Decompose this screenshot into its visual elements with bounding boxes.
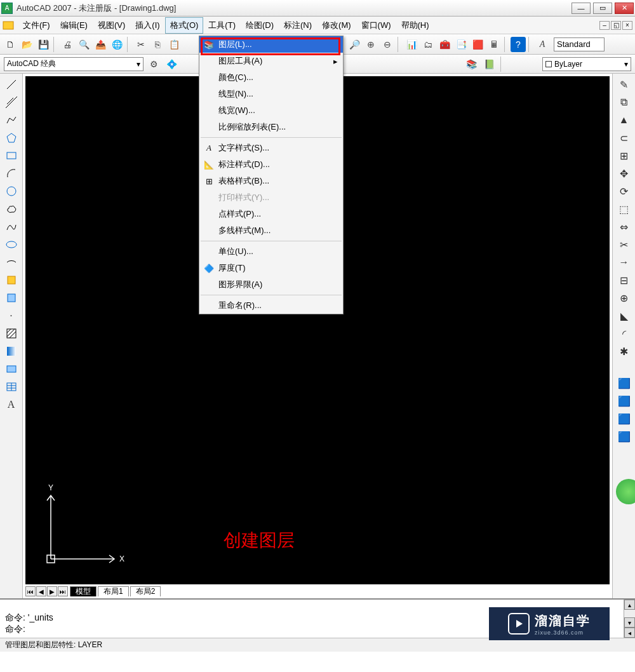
- order-under-icon[interactable]: 🟦: [616, 428, 632, 445]
- line-icon[interactable]: [3, 76, 20, 93]
- table-icon[interactable]: [3, 379, 20, 395]
- menu-dimstyle[interactable]: 📐标注样式(D)...: [199, 156, 343, 173]
- order-above-icon[interactable]: 🟦: [616, 410, 632, 427]
- menu-lineweight[interactable]: 线宽(W)...: [199, 102, 343, 119]
- toolpalette-icon[interactable]: 🧰: [437, 37, 452, 52]
- menu-linetype[interactable]: 线型(N)...: [199, 86, 343, 102]
- sheetset-icon[interactable]: 📑: [453, 37, 469, 52]
- ws-save-icon[interactable]: 💠: [164, 57, 179, 72]
- menu-help[interactable]: 帮助(H): [396, 17, 434, 34]
- print-icon[interactable]: 🖨: [60, 37, 75, 52]
- menu-view[interactable]: 视图(V): [93, 17, 130, 34]
- xline-icon[interactable]: [3, 94, 20, 111]
- textstyle-icon[interactable]: A: [535, 37, 550, 52]
- join-icon[interactable]: ⊕: [616, 290, 632, 306]
- plot-icon[interactable]: 🌐: [109, 37, 124, 52]
- gradient-icon[interactable]: [3, 343, 20, 360]
- tab-first[interactable]: ⏮: [25, 586, 36, 596]
- menu-drawlimits[interactable]: 图形界限(A): [199, 276, 343, 293]
- menu-modify[interactable]: 修改(M): [317, 17, 356, 34]
- bylayer-combo[interactable]: ByLayer▾: [542, 57, 631, 71]
- polygon-icon[interactable]: [3, 130, 20, 146]
- tab-layout1[interactable]: 布局1: [98, 586, 129, 596]
- mdi-restore[interactable]: ◱: [611, 21, 621, 30]
- menu-textstyle[interactable]: A文字样式(S)...: [199, 140, 343, 156]
- zoom-win-icon[interactable]: ⊕: [363, 37, 378, 52]
- arc-icon[interactable]: [3, 165, 20, 182]
- chamfer-icon[interactable]: ◣: [616, 307, 632, 324]
- scroll-up-icon[interactable]: ▴: [624, 600, 635, 610]
- help-icon[interactable]: ?: [511, 37, 526, 52]
- cut-icon[interactable]: ✂: [133, 37, 149, 52]
- tab-model[interactable]: 模型: [70, 586, 97, 596]
- publish-icon[interactable]: 📤: [93, 37, 108, 52]
- paste-icon[interactable]: 📋: [166, 37, 182, 52]
- circle-icon[interactable]: [3, 183, 20, 199]
- extend-icon[interactable]: →: [616, 254, 632, 271]
- array-icon[interactable]: ⊞: [616, 147, 632, 164]
- spline-icon[interactable]: [3, 218, 20, 235]
- menu-layertool[interactable]: 图层工具(A)▸: [199, 53, 343, 69]
- offset-icon[interactable]: ⊂: [616, 130, 632, 146]
- scroll-left-icon[interactable]: ◂: [624, 628, 635, 638]
- tab-layout2[interactable]: 布局2: [130, 586, 161, 596]
- menu-pointstyle[interactable]: 点样式(P)...: [199, 206, 343, 222]
- menu-color[interactable]: 颜色(C)...: [199, 69, 343, 86]
- break-icon[interactable]: ⊟: [616, 272, 632, 288]
- maximize-button[interactable]: ▭: [593, 3, 612, 14]
- menu-mlinestyle[interactable]: 多线样式(M)...: [199, 222, 343, 239]
- copy-icon[interactable]: ⎘: [150, 37, 165, 52]
- zoom-prev-icon[interactable]: ⊖: [380, 37, 395, 52]
- mtext-icon[interactable]: A: [3, 396, 20, 413]
- workspace-combo[interactable]: AutoCAD 经典▾: [4, 57, 144, 71]
- tab-prev[interactable]: ◀: [36, 586, 46, 596]
- revcloud-icon[interactable]: [3, 201, 20, 217]
- save-icon[interactable]: 💾: [36, 37, 51, 52]
- copy-obj-icon[interactable]: ⧉: [616, 94, 632, 111]
- preview-icon[interactable]: 🔍: [76, 37, 91, 52]
- mdi-minimize[interactable]: –: [599, 21, 610, 30]
- layer-states-icon[interactable]: 📗: [481, 57, 497, 72]
- ws-settings-icon[interactable]: ⚙: [146, 57, 161, 72]
- minimize-button[interactable]: —: [572, 3, 591, 14]
- menu-insert[interactable]: 插入(I): [130, 17, 164, 34]
- style-combo[interactable]: Standard: [554, 37, 605, 51]
- trim-icon[interactable]: ✂: [616, 236, 632, 253]
- mirror-icon[interactable]: ▲: [616, 112, 632, 128]
- erase-icon[interactable]: ✎: [616, 76, 632, 93]
- menu-edit[interactable]: 编辑(E): [55, 17, 93, 34]
- hatch-icon[interactable]: [3, 325, 20, 342]
- mdi-close[interactable]: ×: [622, 21, 632, 30]
- tab-last[interactable]: ⏭: [58, 586, 68, 596]
- menu-tablestyle[interactable]: ⊞表格样式(B)...: [199, 173, 343, 189]
- open-icon[interactable]: 📂: [19, 37, 34, 52]
- menu-thickness[interactable]: 🔷厚度(T): [199, 260, 343, 276]
- menu-layer[interactable]: 📚图层(L)...: [199, 36, 343, 53]
- tab-next[interactable]: ▶: [47, 586, 57, 596]
- ellipse-arc-icon[interactable]: [3, 254, 20, 271]
- menu-scalelist[interactable]: 比例缩放列表(E)...: [199, 119, 343, 135]
- zoom-rt-icon[interactable]: 🔎: [347, 37, 362, 52]
- designcenter-icon[interactable]: 🗂: [420, 37, 436, 52]
- insert-block-icon[interactable]: [3, 272, 20, 288]
- order-back-icon[interactable]: 🟦: [616, 393, 632, 409]
- menu-units[interactable]: 单位(U)...: [199, 243, 343, 260]
- polyline-icon[interactable]: [3, 112, 20, 128]
- menu-window[interactable]: 窗口(W): [356, 17, 396, 34]
- explode-icon[interactable]: ✱: [616, 343, 632, 360]
- menu-rename[interactable]: 重命名(R)...: [199, 297, 343, 314]
- properties-icon[interactable]: 📊: [404, 37, 419, 52]
- cmd-scrollbar[interactable]: ▴ ▾ ◂: [624, 600, 635, 638]
- fillet-icon[interactable]: ◜: [616, 325, 632, 342]
- menu-tools[interactable]: 工具(T): [203, 17, 241, 34]
- layer-prev-icon[interactable]: 📚: [464, 57, 479, 72]
- menu-draw[interactable]: 绘图(D): [241, 17, 279, 34]
- order-front-icon[interactable]: 🟦: [616, 375, 632, 391]
- markup-icon[interactable]: 🟥: [470, 37, 485, 52]
- stretch-icon[interactable]: ⇔: [616, 218, 632, 235]
- calc-icon[interactable]: 🖩: [486, 37, 502, 52]
- new-icon[interactable]: 🗋: [3, 37, 18, 52]
- region-icon[interactable]: [3, 361, 20, 377]
- menu-dim[interactable]: 标注(N): [279, 17, 317, 34]
- move-icon[interactable]: ✥: [616, 165, 632, 182]
